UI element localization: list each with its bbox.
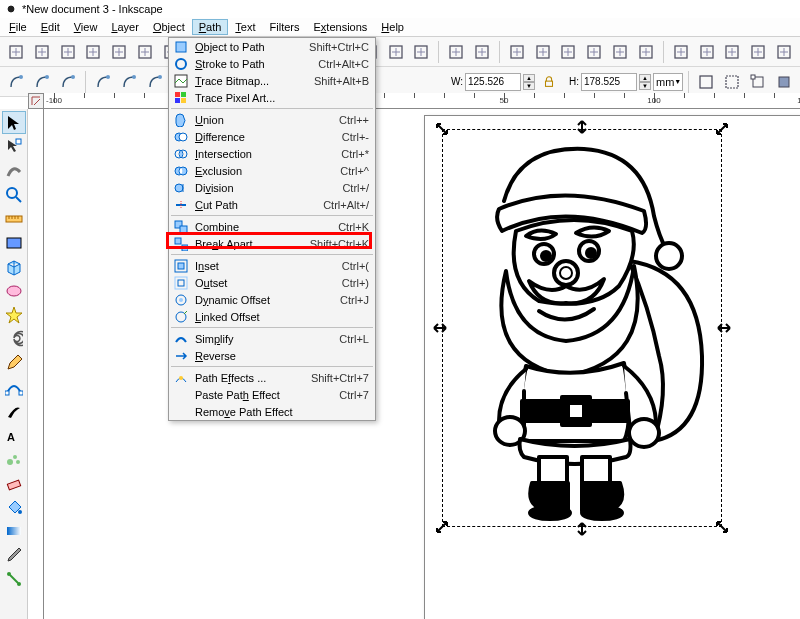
simplify-icon <box>173 331 189 347</box>
deselect-icon[interactable] <box>56 70 80 94</box>
menuitem-exclusion[interactable]: ExclusionCtrl+^ <box>169 162 375 179</box>
tool-zoom[interactable] <box>2 183 26 206</box>
rotate-ccw-icon[interactable] <box>91 70 115 94</box>
sel-all-layers-icon[interactable] <box>30 70 54 94</box>
tool-gradient[interactable] <box>2 519 26 542</box>
paint-icon[interactable] <box>721 40 745 64</box>
align-icon[interactable] <box>608 40 632 64</box>
tool-dropper[interactable] <box>2 543 26 566</box>
text-dlg-icon[interactable] <box>531 40 555 64</box>
selectors-icon[interactable] <box>695 40 719 64</box>
menuitem-trace-bitmap[interactable]: Trace Bitmap...Shift+Alt+B <box>169 72 375 89</box>
flip-h-icon[interactable] <box>143 70 167 94</box>
menuitem-[interactable]: Paste Path EffectCtrl+7 <box>169 386 375 403</box>
tool-rect[interactable] <box>2 231 26 254</box>
menuitem-intersection[interactable]: IntersectionCtrl+* <box>169 145 375 162</box>
height-input[interactable] <box>581 73 637 91</box>
tool-spray[interactable] <box>2 447 26 470</box>
menuitem-combine[interactable]: CombineCtrl+K <box>169 218 375 235</box>
new-icon[interactable] <box>4 40 28 64</box>
menu-extensions[interactable]: Extensions <box>307 19 375 35</box>
menu-filters[interactable]: Filters <box>263 19 307 35</box>
width-input[interactable] <box>465 73 521 91</box>
svg-point-105 <box>179 376 183 380</box>
menuitem-[interactable]: Remove Path Effect <box>169 403 375 420</box>
tool-bezier[interactable] <box>2 375 26 398</box>
rotate-cw-icon[interactable] <box>117 70 141 94</box>
menuitem-linked-offset[interactable]: Linked Offset <box>169 308 375 325</box>
menu-file[interactable]: File <box>2 19 34 35</box>
tool-pencil[interactable] <box>2 351 26 374</box>
canvas[interactable] <box>44 109 800 619</box>
trace-icon[interactable] <box>746 40 770 64</box>
unit-select[interactable]: mm▼ <box>653 73 683 91</box>
menuitem-obj-to-path[interactable]: Object to PathShift+Ctrl+C <box>169 38 375 55</box>
clone-icon[interactable] <box>384 40 408 64</box>
tool-node[interactable] <box>2 135 26 158</box>
tool-measure[interactable] <box>2 207 26 230</box>
ruler-vertical[interactable] <box>28 93 44 619</box>
tool-calligraphy[interactable] <box>2 399 26 422</box>
menuitem-division[interactable]: DivisionCtrl+/ <box>169 179 375 196</box>
affect-3-icon[interactable] <box>746 70 770 94</box>
menuitem-outset[interactable]: OutsetCtrl+) <box>169 274 375 291</box>
menuitem-label: Division <box>195 182 234 194</box>
blank-icon <box>173 404 189 420</box>
santa-drawing[interactable] <box>444 131 720 525</box>
tool-eraser[interactable] <box>2 471 26 494</box>
ungroup-icon[interactable] <box>470 40 494 64</box>
menu-object[interactable]: Object <box>146 19 192 35</box>
menuitem-path-effects[interactable]: Path Effects ...Shift+Ctrl+7 <box>169 369 375 386</box>
transform-icon[interactable] <box>669 40 693 64</box>
menuitem-union[interactable]: UnionCtrl++ <box>169 111 375 128</box>
menu-path[interactable]: Path <box>192 19 229 35</box>
group-icon[interactable] <box>444 40 468 64</box>
tool-sculpt[interactable] <box>2 159 26 182</box>
tool-connector[interactable] <box>2 567 26 590</box>
height-spinner[interactable]: ▲▼ <box>639 74 651 90</box>
menu-help[interactable]: Help <box>374 19 411 35</box>
menuitem-stroke-to-path[interactable]: Stroke to PathCtrl+Alt+C <box>169 55 375 72</box>
export-icon[interactable] <box>133 40 157 64</box>
menuitem-reverse[interactable]: Reverse <box>169 347 375 364</box>
import-icon[interactable] <box>107 40 131 64</box>
menuitem-label: Remove Path Effect <box>195 406 293 418</box>
menuitem-dyn-offset[interactable]: Dynamic OffsetCtrl+J <box>169 291 375 308</box>
unlink-icon[interactable] <box>409 40 433 64</box>
tool-star[interactable] <box>2 303 26 326</box>
cut-path-icon <box>173 197 189 213</box>
affect-4-icon[interactable] <box>772 70 796 94</box>
sel-all-icon[interactable] <box>4 70 28 94</box>
menu-layer[interactable]: Layer <box>104 19 146 35</box>
tool-spiral[interactable] <box>2 327 26 350</box>
menu-view[interactable]: View <box>67 19 105 35</box>
lock-aspect-icon[interactable] <box>537 70 561 94</box>
fill-stroke-icon[interactable] <box>505 40 529 64</box>
dyn-offset-icon <box>173 292 189 308</box>
menuitem-difference[interactable]: DifferenceCtrl+- <box>169 128 375 145</box>
svg-rect-76 <box>539 457 567 485</box>
affect-2-icon[interactable] <box>720 70 744 94</box>
menu-text[interactable]: Text <box>228 19 262 35</box>
print-icon[interactable] <box>81 40 105 64</box>
menuitem-break-apart[interactable]: Break ApartShift+Ctrl+K <box>169 235 375 252</box>
open-icon[interactable] <box>30 40 54 64</box>
width-spinner[interactable]: ▲▼ <box>523 74 535 90</box>
menu-edit[interactable]: Edit <box>34 19 67 35</box>
menuitem-inset[interactable]: InsetCtrl+( <box>169 257 375 274</box>
affect-1-icon[interactable] <box>694 70 718 94</box>
menuitem-cut-path[interactable]: Cut PathCtrl+Alt+/ <box>169 196 375 213</box>
tool-ellipse[interactable] <box>2 279 26 302</box>
messages-icon[interactable] <box>772 40 796 64</box>
layers-icon[interactable] <box>582 40 606 64</box>
ruler-horizontal[interactable]: -100-50050100150 <box>44 93 800 109</box>
xml-icon[interactable] <box>557 40 581 64</box>
tool-selector[interactable] <box>2 111 26 134</box>
save-icon[interactable] <box>56 40 80 64</box>
tool-3dbox[interactable] <box>2 255 26 278</box>
prefs-icon[interactable] <box>634 40 658 64</box>
tool-fill[interactable] <box>2 495 26 518</box>
menuitem-trace-pixel[interactable]: Trace Pixel Art... <box>169 89 375 106</box>
menuitem-simplify[interactable]: SimplifyCtrl+L <box>169 330 375 347</box>
tool-text[interactable]: A <box>2 423 26 446</box>
